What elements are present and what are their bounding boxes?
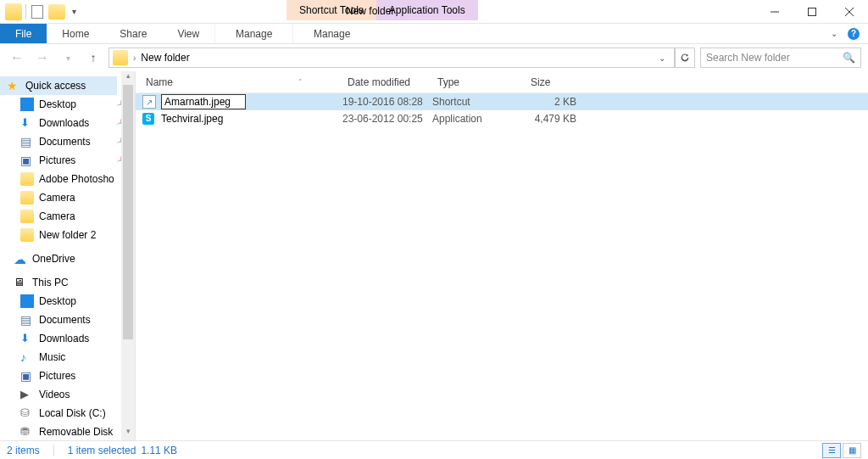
minimize-button[interactable] <box>756 0 793 24</box>
address-bar[interactable]: › New folder ⌄ <box>108 48 675 68</box>
sidebar-item-label: Quick access <box>25 80 86 92</box>
sidebar-item-newfolder2[interactable]: New folder 2 <box>5 226 135 244</box>
status-selected-count: 1 item selected <box>68 445 136 456</box>
manage-application-tab[interactable]: Manage <box>292 24 370 43</box>
share-tab[interactable]: Share <box>104 24 162 43</box>
sidebar-item-pc-music[interactable]: Music <box>5 348 135 367</box>
download-icon <box>20 116 34 130</box>
status-selected-size: 1.11 KB <box>141 445 177 456</box>
star-icon <box>7 79 20 92</box>
folder-icon <box>20 191 34 204</box>
file-rows: Amarnath.jpeg 19-10-2016 08:28 Shortcut … <box>136 93 868 127</box>
qat-dropdown-icon[interactable]: ▾ <box>69 7 80 16</box>
sidebar-item-pc-desktop[interactable]: Desktop <box>5 292 135 311</box>
sidebar-item-downloads[interactable]: Downloads 📌 <box>5 114 135 132</box>
titlebar: ▾ Shortcut Tools Application Tools New f… <box>0 0 868 24</box>
details-view-button[interactable]: ☰ <box>822 443 841 458</box>
address-folder-icon <box>113 50 128 65</box>
sidebar-item-label: Downloads <box>39 117 89 129</box>
sidebar-item-pc-documents[interactable]: Documents <box>5 311 135 329</box>
sidebar-item-label: Camera <box>39 210 75 222</box>
manage-shortcut-tab[interactable]: Manage <box>214 24 292 43</box>
pictures-icon <box>20 369 34 383</box>
desktop-icon <box>20 98 34 111</box>
address-dropdown-icon[interactable]: ⌄ <box>654 53 670 63</box>
breadcrumb-separator-icon[interactable]: › <box>133 53 136 63</box>
sidebar-item-label: Videos <box>39 389 70 400</box>
sidebar-item-pictures[interactable]: Pictures 📌 <box>5 151 135 170</box>
sidebar-item-label: Desktop <box>39 295 76 307</box>
status-item-count: 2 items <box>7 445 40 456</box>
sidebar-item-this-pc[interactable]: This PC <box>5 273 135 292</box>
new-folder-icon[interactable] <box>48 4 65 20</box>
properties-icon[interactable] <box>30 4 45 20</box>
documents-icon <box>20 135 34 148</box>
onedrive-icon <box>14 252 27 266</box>
home-tab[interactable]: Home <box>47 24 104 43</box>
file-tab[interactable]: File <box>0 24 47 43</box>
disk-icon <box>20 406 34 420</box>
sidebar-item-label: Pictures <box>39 154 75 166</box>
breadcrumb[interactable]: New folder <box>141 52 189 64</box>
search-input[interactable]: Search New folder 🔍 <box>700 48 861 68</box>
sidebar-item-desktop[interactable]: Desktop 📌 <box>5 95 135 114</box>
sidebar-item-removable-disk[interactable]: Removable Disk ⌄ <box>5 423 135 440</box>
column-type[interactable]: Type <box>427 76 520 88</box>
close-button[interactable] <box>831 0 868 24</box>
body: Quick access Desktop 📌 Downloads 📌 Docum… <box>0 71 868 440</box>
file-row[interactable]: Techviral.jpeg 23-06-2012 00:25 Applicat… <box>136 110 868 127</box>
forward-button[interactable]: → <box>32 48 53 68</box>
application-file-icon <box>142 112 156 126</box>
ribbon: File Home Share View Manage Manage ⌄ ? <box>0 24 868 44</box>
file-type: Shortcut <box>432 96 526 108</box>
up-button[interactable]: ↑ <box>83 48 103 68</box>
scroll-down-icon[interactable]: ▾ <box>121 427 135 440</box>
sidebar-item-camera[interactable]: Camera <box>5 188 135 207</box>
sidebar-item-pc-videos[interactable]: Videos <box>5 385 135 404</box>
refresh-button[interactable] <box>675 48 695 68</box>
ribbon-collapse-icon[interactable]: ⌄ <box>831 29 837 38</box>
column-name[interactable]: Name ˄ <box>136 76 337 88</box>
window-title: New folder <box>334 5 394 17</box>
icons-view-button[interactable]: ▦ <box>843 443 861 458</box>
file-name-cell[interactable]: Amarnath.jpeg <box>161 94 342 109</box>
folder-icon <box>20 172 34 186</box>
sidebar-scrollbar[interactable]: ▴ ▾ <box>121 71 135 440</box>
sidebar-item-label: Desktop <box>39 98 76 110</box>
download-icon <box>20 332 34 345</box>
recent-locations-icon[interactable]: ▾ <box>58 48 78 68</box>
sidebar-item-pc-pictures[interactable]: Pictures <box>5 367 135 385</box>
file-row[interactable]: Amarnath.jpeg 19-10-2016 08:28 Shortcut … <box>136 93 868 110</box>
file-date: 23-06-2012 00:25 <box>342 113 432 125</box>
sidebar-item-documents[interactable]: Documents 📌 <box>5 132 135 151</box>
rename-input[interactable]: Amarnath.jpeg <box>161 94 246 109</box>
maximize-button[interactable] <box>793 0 831 24</box>
sidebar-item-label: Camera <box>39 192 75 204</box>
column-headers: Name ˄ Date modified Type Size <box>136 71 868 93</box>
sidebar-item-camera[interactable]: Camera <box>5 207 135 226</box>
search-icon: 🔍 <box>843 52 855 64</box>
help-icon[interactable]: ? <box>848 28 860 40</box>
sort-indicator-icon: ˄ <box>298 78 303 87</box>
sidebar-item-adobe[interactable]: Adobe Photoshop <box>5 170 135 188</box>
sidebar-item-quick-access[interactable]: Quick access <box>0 76 117 95</box>
sidebar-item-onedrive[interactable]: OneDrive <box>5 249 135 268</box>
scroll-up-icon[interactable]: ▴ <box>121 71 135 85</box>
folder-icon[interactable] <box>5 3 22 20</box>
folder-icon <box>20 228 34 242</box>
column-date[interactable]: Date modified <box>337 76 427 88</box>
sidebar-item-pc-downloads[interactable]: Downloads <box>5 329 135 348</box>
column-size[interactable]: Size <box>520 76 580 88</box>
back-button[interactable]: ← <box>7 48 27 68</box>
scrollbar-thumb[interactable] <box>123 85 133 339</box>
sidebar-item-label: Removable Disk <box>39 426 113 438</box>
sidebar-item-label: Adobe Photoshop <box>39 173 114 185</box>
videos-icon <box>20 388 34 401</box>
sidebar-item-label: Downloads <box>39 333 89 344</box>
shortcut-file-icon <box>142 95 156 109</box>
pictures-icon <box>20 154 34 167</box>
sidebar-item-label: Local Disk (C:) <box>39 407 106 419</box>
sidebar-item-local-disk[interactable]: Local Disk (C:) <box>5 404 135 423</box>
desktop-icon <box>20 294 34 308</box>
view-tab[interactable]: View <box>162 24 214 43</box>
